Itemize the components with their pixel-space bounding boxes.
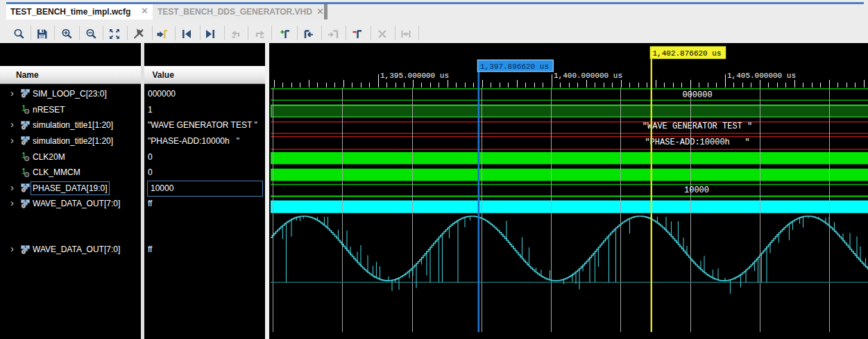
svg-text:1,400.000000 us: 1,400.000000 us <box>554 72 622 80</box>
svg-text:1,405.000000 us: 1,405.000000 us <box>727 72 796 80</box>
svg-text:"WAVE GENERATOR TEST ": "WAVE GENERATOR TEST " <box>643 122 752 131</box>
svg-text:1,395.000000 us: 1,395.000000 us <box>380 72 449 80</box>
svg-text:000000: 000000 <box>682 90 712 100</box>
svg-text:1,402.876620 us: 1,402.876620 us <box>653 49 722 58</box>
svg-text:"PHASE-ADD:10000h ": "PHASE-ADD:10000h " <box>645 138 749 147</box>
svg-text:10000: 10000 <box>684 185 709 195</box>
svg-text:1,397.896620 us: 1,397.896620 us <box>480 63 549 71</box>
